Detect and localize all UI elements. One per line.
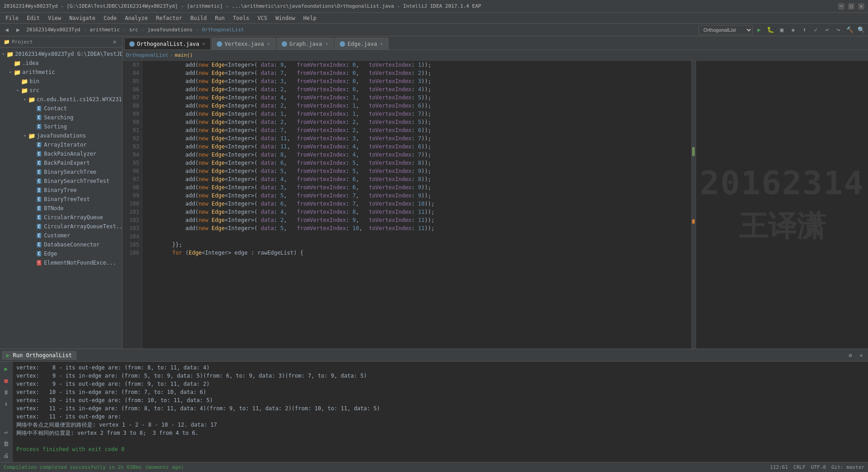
undo-button[interactable]: ↩ bbox=[822, 25, 832, 35]
tree-label-23: ElementNotFoundExce... bbox=[44, 260, 116, 266]
menu-item-build[interactable]: Build bbox=[187, 14, 210, 22]
soft-wrap-button[interactable]: ↵ bbox=[1, 427, 11, 437]
search-everywhere-button[interactable]: 🔍 bbox=[856, 25, 866, 35]
bottom-panel: ▶ Run OrthogonalList ⚙ ✕ ▶ ■ ⏸ ⬇ ↵ 🗑 🖨 v… bbox=[0, 349, 868, 462]
file-name[interactable]: OrthogonalList bbox=[200, 27, 246, 33]
tab-Vertexx-java[interactable]: Vertexx.java× bbox=[212, 38, 276, 49]
stop-button[interactable]: ■ bbox=[1, 375, 11, 385]
pause-button[interactable]: ⏸ bbox=[1, 387, 11, 397]
bottom-close-button[interactable]: ✕ bbox=[856, 350, 866, 360]
vcs-update-button[interactable]: ⬇ bbox=[800, 25, 809, 35]
tree-label-7: Searching bbox=[44, 114, 73, 121]
coverage-button[interactable]: ▣ bbox=[777, 25, 787, 35]
tab-OrthogonalList-java[interactable]: OrthogonalList.java× bbox=[124, 38, 211, 49]
vcs-commit-button[interactable]: ✓ bbox=[811, 25, 821, 35]
tree-label-22: Edge bbox=[44, 251, 57, 257]
menu-item-vcs[interactable]: VCS bbox=[254, 14, 271, 22]
right-scrollbar[interactable] bbox=[691, 61, 696, 349]
minimize-button[interactable]: ─ bbox=[838, 3, 844, 10]
restart-button[interactable]: ▶ bbox=[1, 364, 11, 374]
tree-item-23[interactable]: !ElementNotFoundExce... bbox=[0, 258, 122, 267]
toolbar-left: ◀ ▶ 20162314Wyx8023Tyd › arithmetic › sr… bbox=[2, 25, 246, 35]
tab-close-0[interactable]: × bbox=[201, 41, 206, 46]
menu-item-edit[interactable]: Edit bbox=[23, 14, 44, 22]
profile-button[interactable]: ◈ bbox=[788, 25, 798, 35]
menu-item-refactor[interactable]: Refactor bbox=[152, 14, 186, 22]
tree-item-5[interactable]: ▾📁cn.edu.besti.cs1623.WYX2314... bbox=[0, 95, 122, 104]
menu-item-run[interactable]: Run bbox=[211, 14, 229, 22]
tree-item-21[interactable]: CDatabaseConnector bbox=[0, 240, 122, 249]
tab-close-1[interactable]: × bbox=[266, 41, 271, 46]
tab-close-2[interactable]: × bbox=[324, 41, 329, 46]
tree-item-8[interactable]: CSorting bbox=[0, 122, 122, 131]
line-number-95: 95 bbox=[122, 159, 139, 167]
tab-Graph-java[interactable]: Graph.java× bbox=[277, 38, 334, 49]
tree-item-3[interactable]: 📁bin bbox=[0, 77, 122, 86]
clear-output-button[interactable]: 🗑 bbox=[1, 438, 11, 448]
menu-item-help[interactable]: Help bbox=[300, 14, 320, 22]
tree-item-2[interactable]: ▾📁arithmetic bbox=[0, 68, 122, 77]
tree-item-11[interactable]: CBackPainAnalyzer bbox=[0, 149, 122, 158]
git-branch: Git: master bbox=[831, 464, 864, 470]
tree-item-17[interactable]: CBTNode bbox=[0, 204, 122, 213]
menu-item-code[interactable]: Code bbox=[100, 14, 121, 22]
debug-button[interactable]: 🐛 bbox=[766, 25, 775, 35]
tree-item-13[interactable]: CBinarySearchTree bbox=[0, 167, 122, 177]
tree-item-4[interactable]: ▾📁src bbox=[0, 86, 122, 95]
editor[interactable]: 8384858687888990919293949596979899100101… bbox=[122, 61, 696, 349]
code-line-88: add(new Edge<Integer>( data: 2, fromVert… bbox=[146, 102, 688, 110]
menu-item-view[interactable]: View bbox=[44, 14, 65, 22]
back-button[interactable]: ◀ bbox=[2, 25, 12, 35]
title-text: 20162314Wyx8023Tyd - [G:\IDEA\TestJDBC\2… bbox=[4, 3, 838, 9]
tree-item-1[interactable]: 📁.idea bbox=[0, 59, 122, 68]
project-name: 20162314Wyx8023Tyd bbox=[24, 27, 82, 33]
tree-item-10[interactable]: CArrayIterator bbox=[0, 140, 122, 149]
close-button[interactable]: ✕ bbox=[858, 3, 864, 10]
tree-item-9[interactable]: ▾📁javafoundations bbox=[0, 131, 122, 140]
line-number-91: 91 bbox=[122, 126, 139, 134]
menu-item-tools[interactable]: Tools bbox=[229, 14, 253, 22]
tree-label-6: Contact bbox=[44, 105, 67, 112]
tab-Edge-java[interactable]: Edge.java× bbox=[335, 38, 389, 49]
bottom-content: ▶ ■ ⏸ ⬇ ↵ 🗑 🖨 vertex: 8 - its out-edge a… bbox=[0, 362, 868, 462]
tree-item-16[interactable]: CBinaryTreeTest bbox=[0, 195, 122, 204]
code-line-97: add(new Edge<Integer>( data: 4, fromVert… bbox=[146, 175, 688, 183]
code-line-102: add(new Edge<Integer>( data: 2, fromVert… bbox=[146, 216, 688, 224]
tree-item-12[interactable]: CBackPainExpert bbox=[0, 158, 122, 167]
run-config-select[interactable]: OrthogonalList bbox=[698, 25, 753, 35]
tree-item-15[interactable]: IBinaryTree bbox=[0, 186, 122, 195]
tree-label-19: CircularArrayQueueTest... bbox=[44, 223, 122, 230]
tree-item-20[interactable]: CCustomer bbox=[0, 231, 122, 240]
tree-item-18[interactable]: CCircularArrayQueue bbox=[0, 213, 122, 222]
scroll-to-end-button[interactable]: ⬇ bbox=[1, 399, 11, 409]
bottom-settings-button[interactable]: ⚙ bbox=[845, 350, 855, 360]
menu-item-analyze[interactable]: Analyze bbox=[121, 14, 151, 22]
tree-icon-10: C bbox=[35, 141, 43, 148]
tree-item-22[interactable]: CEdge bbox=[0, 249, 122, 258]
tab-close-3[interactable]: × bbox=[379, 41, 384, 46]
menu-bar: FileEditViewNavigateCodeAnalyzeRefactorB… bbox=[0, 13, 868, 24]
redo-button[interactable]: ↪ bbox=[834, 25, 844, 35]
tree-item-14[interactable]: CBinarySearchTreeTest bbox=[0, 177, 122, 186]
run-tab[interactable]: ▶ Run OrthogonalList bbox=[2, 351, 77, 360]
sidebar-settings-button[interactable]: ⚙ bbox=[111, 38, 118, 45]
code-line-90: add(new Edge<Integer>( data: 2, fromVert… bbox=[146, 118, 688, 126]
code-line-89: add(new Edge<Integer>( data: 1, fromVert… bbox=[146, 110, 688, 118]
tree-item-0[interactable]: ▾📁20162314Wyx8023Tyd G:\IDEA\TestJD... bbox=[0, 49, 122, 59]
line-number-103: 103 bbox=[122, 224, 139, 232]
output-line-10: Process finished with exit code 0 bbox=[16, 445, 864, 453]
menu-item-navigate[interactable]: Navigate bbox=[66, 14, 99, 22]
tree-icon-20: C bbox=[35, 232, 43, 239]
run-button[interactable]: ▶ bbox=[754, 25, 764, 35]
tree-item-19[interactable]: CCircularArrayQueueTest... bbox=[0, 222, 122, 231]
tree-item-6[interactable]: CContact bbox=[0, 104, 122, 113]
code-content[interactable]: add(new Edge<Integer>( data: 9, fromVert… bbox=[142, 61, 691, 349]
build-button[interactable]: 🔨 bbox=[845, 25, 855, 35]
print-button[interactable]: 🖨 bbox=[1, 450, 11, 460]
tree-item-7[interactable]: CSearching bbox=[0, 113, 122, 122]
menu-item-file[interactable]: File bbox=[2, 14, 22, 22]
maximize-button[interactable]: □ bbox=[848, 3, 854, 10]
menu-item-window[interactable]: Window bbox=[272, 14, 298, 22]
forward-button[interactable]: ▶ bbox=[13, 25, 23, 35]
code-container: 8384858687888990919293949596979899100101… bbox=[122, 61, 696, 349]
